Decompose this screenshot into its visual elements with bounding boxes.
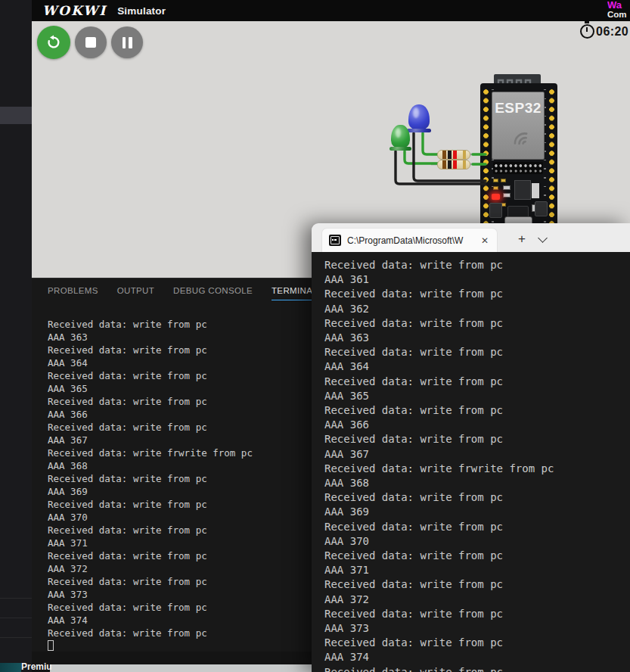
terminal-line: Received data: write from pc xyxy=(48,549,253,562)
terminal-line: AAA 366 xyxy=(48,408,253,421)
terminal-tab[interactable]: C:\ProgramData\Microsoft\W ✕ xyxy=(321,228,498,252)
terminal-line: Received data: write from pc xyxy=(324,636,554,650)
terminal-line: Received data: write from pc xyxy=(324,375,554,389)
smd-component xyxy=(503,185,511,190)
rail-divider xyxy=(0,637,32,638)
panel-tab[interactable]: PROBLEMS xyxy=(48,286,98,300)
esp32-label: ESP32 xyxy=(492,100,544,117)
terminal-line: AAA 361 xyxy=(324,272,554,287)
terminal-line: Received data: write from pc xyxy=(48,395,253,408)
terminal-line: AAA 371 xyxy=(324,563,554,577)
smd-component xyxy=(493,186,498,190)
terminal-line: Received data: write from pc xyxy=(324,607,554,621)
terminal-line: AAA 372 xyxy=(324,593,554,607)
esp32-shield: ESP32 xyxy=(492,92,545,160)
terminal-line: AAA 373 xyxy=(324,621,554,636)
terminal-line: Received data: write from pc xyxy=(324,316,554,331)
voltage-regulator xyxy=(514,180,531,200)
shield-castellation xyxy=(493,162,543,174)
rail-divider xyxy=(0,618,32,618)
stopwatch-icon xyxy=(580,24,594,39)
terminal-line: AAA 373 xyxy=(48,588,253,601)
led-green[interactable] xyxy=(391,125,410,148)
windows-terminal-window[interactable]: C:\ProgramData\Microsoft\W ✕ + Received … xyxy=(312,223,630,672)
terminal-line: Received data: write frwrite from pc xyxy=(48,446,253,459)
terminal-line: AAA 370 xyxy=(48,511,253,524)
terminal-line: Received data: write from pc xyxy=(324,549,554,563)
pin-header-right[interactable] xyxy=(548,88,556,233)
close-tab-icon[interactable]: ✕ xyxy=(479,234,491,247)
terminal-line: AAA 368 xyxy=(324,476,554,490)
terminal-viewport[interactable]: Received data: write from pcAAA 361Recei… xyxy=(312,252,630,672)
terminal-line: AAA 365 xyxy=(324,389,554,403)
smd-component xyxy=(501,179,506,182)
terminal-titlebar[interactable]: C:\ProgramData\Microsoft\W ✕ + xyxy=(312,223,630,252)
power-led-red xyxy=(492,194,500,200)
terminal-line: AAA 367 xyxy=(324,447,554,462)
wifi-icon xyxy=(507,124,531,148)
terminal-output: Received data: write from pcAAA 361Recei… xyxy=(324,258,554,672)
terminal-line: Received data: write from pc xyxy=(324,665,554,672)
pause-icon xyxy=(123,37,132,48)
terminal-line: Received data: write from pc xyxy=(48,344,253,356)
terminal-line: Received data: write from pc xyxy=(48,575,253,588)
restart-icon xyxy=(45,34,62,51)
wokwi-title-bar: WOKWI Simulator Wa Com xyxy=(32,0,630,21)
terminal-line: Received data: write from pc xyxy=(324,520,554,534)
topbar-magenta-text: Wa xyxy=(607,0,630,10)
background-window-edge xyxy=(50,664,312,672)
en-button[interactable] xyxy=(489,203,502,218)
restart-button[interactable] xyxy=(37,26,70,59)
led-blue[interactable] xyxy=(408,104,430,130)
simulator-title: Simulator xyxy=(117,5,166,17)
new-tab-button[interactable]: + xyxy=(512,230,532,248)
terminal-line: AAA 363 xyxy=(324,331,554,345)
terminal-tab-title: C:\ProgramData\Microsoft\W xyxy=(347,235,473,246)
led-highlight xyxy=(413,107,419,118)
terminal-line: AAA 364 xyxy=(48,356,253,369)
smd-component xyxy=(493,179,498,182)
terminal-line: Received data: write from pc xyxy=(324,403,554,418)
panel-tab[interactable]: TERMINAL xyxy=(272,286,318,300)
smd-component xyxy=(503,193,511,198)
terminal-line: Received data: write from pc xyxy=(48,421,253,434)
terminal-line: AAA 365 xyxy=(48,382,253,395)
screen: WOKWI Simulator Wa Com 06:20 xyxy=(0,0,630,672)
terminal-line: AAA 369 xyxy=(48,485,253,498)
panel-tab[interactable]: OUTPUT xyxy=(117,286,154,300)
panel-tab[interactable]: DEBUG CONSOLE xyxy=(173,286,253,300)
terminal-line: AAA 369 xyxy=(324,505,554,519)
terminal-line: Received data: write from pc xyxy=(48,369,253,382)
terminal-line: AAA 368 xyxy=(48,459,253,472)
resistor-1[interactable] xyxy=(437,150,470,160)
terminal-line: Received data: write from pc xyxy=(324,345,554,359)
boot-button[interactable] xyxy=(535,201,548,216)
terminal-line: AAA 363 xyxy=(48,331,253,344)
terminal-line: Received data: write frwrite from pc xyxy=(324,462,554,476)
terminal-line: AAA 371 xyxy=(48,537,253,549)
left-activity-rail[interactable] xyxy=(0,0,32,672)
resistor-2[interactable] xyxy=(437,160,470,170)
rail-divider xyxy=(0,598,32,599)
terminal-line: Received data: write from pc xyxy=(48,627,253,639)
terminal-line: Received data: write from pc xyxy=(324,432,554,446)
terminal-line: AAA 366 xyxy=(324,418,554,432)
pause-button[interactable] xyxy=(111,26,143,58)
terminal-line: AAA 370 xyxy=(324,534,554,549)
terminal-line: Received data: write from pc xyxy=(324,287,554,301)
topbar-right-truncated: Wa Com xyxy=(607,0,630,21)
terminal-line: AAA 362 xyxy=(324,302,554,316)
vscode-terminal-output[interactable]: Received data: write from pcAAA 363Recei… xyxy=(48,318,253,639)
terminal-line: Received data: write from pc xyxy=(48,524,253,537)
simulation-timer: 06:20 xyxy=(580,24,628,39)
stop-button[interactable] xyxy=(75,26,107,58)
topbar-white-text: Com xyxy=(607,10,630,20)
timer-value: 06:20 xyxy=(596,25,628,39)
taskbar-peek xyxy=(0,663,21,672)
stop-icon xyxy=(85,37,96,48)
premium-label: Premiu xyxy=(21,661,52,672)
chevron-down-icon[interactable] xyxy=(538,233,548,243)
terminal-line: Received data: write from pc xyxy=(324,490,554,505)
esp32-board[interactable]: ESP32 xyxy=(480,74,557,237)
terminal-line: Received data: write from pc xyxy=(324,258,554,272)
